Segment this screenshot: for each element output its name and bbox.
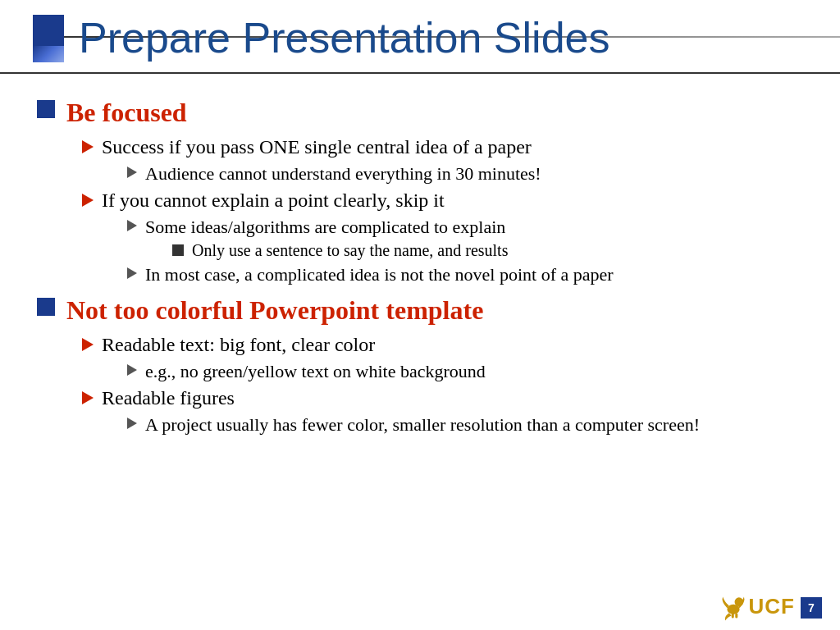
bullet-l3-text-4: e.g., no green/yellow text on white back… [145,360,486,383]
slide-header: Prepare Presentation Slides [0,0,840,74]
bullet-l2-text-4: Readable figures [102,386,235,410]
bullet-l2-marker-icon-4 [82,391,94,404]
ucf-pegasus-icon [718,591,749,622]
bullet-l3-marker-icon [127,167,137,178]
slide: Prepare Presentation Slides Be focused S… [0,0,840,630]
bullet-level3-nogreen: e.g., no green/yellow text on white back… [127,360,803,383]
bullet-l3-text-5: A project usually has fewer color, small… [145,413,700,436]
svg-rect-3 [735,613,737,618]
bullet-l1-text: Be focused [66,97,187,128]
page-number: 7 [801,597,822,619]
bullet-level3-audience: Audience cannot understand everything in… [127,162,803,185]
bullet-l2-marker-icon-3 [82,338,94,351]
bullet-l1-text-2: Not too colorful Powerpoint template [66,294,483,326]
ucf-logo: UCF [718,591,795,622]
bullet-level1-colorful: Not too colorful Powerpoint template [37,294,803,326]
bullet-l1-marker-icon [37,100,55,118]
svg-rect-2 [731,613,733,618]
bullet-l3-text-3: In most case, a complicated idea is not … [145,263,614,286]
bullet-l3-marker-icon-5 [127,418,137,429]
bullet-l2-text-2: If you cannot explain a point clearly, s… [102,188,445,212]
bullet-level2-readabletext: Readable text: big font, clear color [82,332,803,357]
bullet-l2-marker-icon [82,140,94,153]
bullet-l4-marker-icon [172,244,184,256]
bullet-level3-ideas: Some ideas/algorithms are complicated to… [127,216,803,239]
bullet-l2-text: Success if you pass ONE single central i… [102,135,532,159]
bullet-l1-marker-icon-2 [37,298,55,316]
bullet-l4-text: Only use a sentence to say the name, and… [192,240,508,261]
slide-title: Prepare Presentation Slides [79,15,610,62]
accent-block-blue [33,15,64,46]
bullet-level2-explain: If you cannot explain a point clearly, s… [82,188,803,212]
bullet-level1-befocused: Be focused [37,97,803,128]
bullet-l3-text-2: Some ideas/algorithms are complicated to… [145,216,505,239]
bullet-level3-mostcase: In most case, a complicated idea is not … [127,263,803,286]
bullet-l2-text-3: Readable text: big font, clear color [102,332,375,357]
bullet-level2-success: Success if you pass ONE single central i… [82,135,803,159]
ucf-logo-label: UCF [749,594,795,619]
header-accent-blocks [33,15,64,62]
bullet-level4-onlyuse: Only use a sentence to say the name, and… [172,240,803,261]
bullet-l3-marker-icon-2 [127,220,137,231]
bullet-level3-project: A project usually has fewer color, small… [127,413,803,436]
accent-block-gradient [33,46,64,62]
bullet-l3-marker-icon-3 [127,267,137,279]
bullet-l2-marker-icon-2 [82,194,94,207]
bullet-l3-marker-icon-4 [127,364,137,376]
slide-content: Be focused Success if you pass ONE singl… [0,74,840,446]
bullet-level2-readablefigures: Readable figures [82,386,803,410]
bullet-l3-text: Audience cannot understand everything in… [145,162,541,185]
